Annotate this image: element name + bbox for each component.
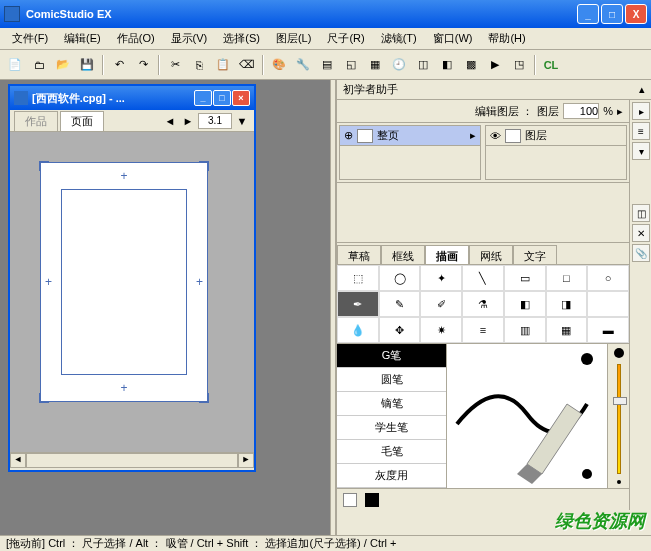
eraser2-tool-icon[interactable]: ◨	[546, 291, 588, 317]
eraser-tool-icon[interactable]: ◧	[504, 291, 546, 317]
maximize-button[interactable]: □	[601, 4, 623, 24]
scroll-right-icon[interactable]: ►	[238, 453, 254, 468]
rect-tool-icon[interactable]: □	[546, 265, 588, 291]
doc-scrollbar[interactable]: ◄ ►	[10, 452, 254, 468]
pencil-tool-icon[interactable]: ✎	[379, 291, 421, 317]
tab-tone[interactable]: 网纸	[469, 245, 513, 264]
lines-tool-icon[interactable]: ≡	[462, 317, 504, 343]
color-chip-icon[interactable]	[365, 493, 379, 507]
props-icon[interactable]: ◳	[508, 54, 530, 76]
tone-icon[interactable]: ▦	[364, 54, 386, 76]
delete-icon[interactable]: ⌫	[236, 54, 258, 76]
menu-file[interactable]: 文件(F)	[4, 29, 56, 48]
menu-help[interactable]: 帮助(H)	[480, 29, 533, 48]
palette-icon[interactable]: 🎨	[268, 54, 290, 76]
menu-layer[interactable]: 图层(L)	[268, 29, 319, 48]
shape-tool-icon[interactable]: ▭	[504, 265, 546, 291]
menu-window[interactable]: 窗口(W)	[425, 29, 481, 48]
document-titlebar[interactable]: [西西软件.cpg] - ... _ □ ×	[10, 86, 254, 110]
opacity-dropdown-icon[interactable]: ▸	[617, 105, 623, 118]
open-icon[interactable]: 📂	[52, 54, 74, 76]
tab-text[interactable]: 文字	[513, 245, 557, 264]
eye-icon[interactable]: 👁	[490, 130, 501, 142]
doc-close-button[interactable]: ×	[232, 90, 250, 106]
tab-page[interactable]: 页面	[60, 111, 104, 131]
new-file-icon[interactable]: 📄	[4, 54, 26, 76]
prev-page-icon[interactable]: ◄	[162, 113, 178, 129]
minimize-button[interactable]: _	[577, 4, 599, 24]
side-menu-icon[interactable]: ≡	[632, 122, 650, 140]
tab-frame[interactable]: 框线	[381, 245, 425, 264]
tab-draft[interactable]: 草稿	[337, 245, 381, 264]
help-icon[interactable]: CL	[540, 54, 562, 76]
redo-icon[interactable]: ↷	[132, 54, 154, 76]
ellipse-tool-icon[interactable]: ○	[587, 265, 629, 291]
burst-tool-icon[interactable]: ✷	[420, 317, 462, 343]
tone-palette-icon[interactable]: ▩	[460, 54, 482, 76]
scroll-left-icon[interactable]: ◄	[10, 453, 26, 468]
menu-edit[interactable]: 编辑(E)	[56, 29, 109, 48]
pen-brush[interactable]: 毛笔	[337, 440, 446, 464]
history-icon[interactable]: 🕘	[388, 54, 410, 76]
menu-filter[interactable]: 滤镜(T)	[373, 29, 425, 48]
paste-icon[interactable]: 📋	[212, 54, 234, 76]
gradient-tool-icon[interactable]: ▥	[504, 317, 546, 343]
close-button[interactable]: X	[625, 4, 647, 24]
move-tool-icon[interactable]: ✥	[379, 317, 421, 343]
color-icon[interactable]: ◧	[436, 54, 458, 76]
pattern-tool-icon[interactable]: ▦	[546, 317, 588, 343]
canvas[interactable]: + + + +	[10, 132, 254, 452]
tab-work[interactable]: 作品	[14, 111, 58, 131]
blank-tool-icon[interactable]	[587, 291, 629, 317]
crop-mark-bl	[39, 393, 49, 403]
materials-icon[interactable]: ◫	[412, 54, 434, 76]
layers-icon[interactable]: ▤	[316, 54, 338, 76]
collapse-icon[interactable]: ▴	[639, 83, 645, 96]
slider-thumb[interactable]	[613, 397, 627, 405]
menu-select[interactable]: 选择(S)	[215, 29, 268, 48]
tab-draw[interactable]: 描画	[425, 245, 469, 264]
nav-icon[interactable]: ◱	[340, 54, 362, 76]
marquee-tool-icon[interactable]: ⬚	[337, 265, 379, 291]
marker-tool-icon[interactable]: ✐	[420, 291, 462, 317]
zoom-dropdown-icon[interactable]: ▼	[234, 113, 250, 129]
doc-minimize-button[interactable]: _	[194, 90, 212, 106]
menu-ruler[interactable]: 尺子(R)	[319, 29, 372, 48]
doc-maximize-button[interactable]: □	[213, 90, 231, 106]
pen-gray[interactable]: 灰度用	[337, 464, 446, 488]
pen-round[interactable]: 圆笔	[337, 368, 446, 392]
opacity-input[interactable]	[563, 103, 599, 119]
layer-list-panel[interactable]: 👁 图层	[485, 125, 627, 180]
panel-next-icon[interactable]: ▸	[470, 129, 476, 142]
pen-g[interactable]: G笔	[337, 344, 446, 368]
fill-tool-icon[interactable]: ▬	[587, 317, 629, 343]
scrollbar-track[interactable]	[26, 453, 238, 468]
pen-tool-icon[interactable]: ✒	[337, 291, 379, 317]
copy-icon[interactable]: ⎘	[188, 54, 210, 76]
menu-work[interactable]: 作品(O)	[109, 29, 163, 48]
side-new-icon[interactable]: ◫	[632, 204, 650, 222]
side-clip-icon[interactable]: 📎	[632, 244, 650, 262]
action-icon[interactable]: ▶	[484, 54, 506, 76]
side-delete-icon[interactable]: ✕	[632, 224, 650, 242]
undo-icon[interactable]: ↶	[108, 54, 130, 76]
lasso-tool-icon[interactable]: ◯	[379, 265, 421, 291]
tool-icon[interactable]: 🔧	[292, 54, 314, 76]
side-collapse-icon[interactable]: ▾	[632, 142, 650, 160]
new-folder-icon[interactable]: 🗀	[28, 54, 50, 76]
cut-icon[interactable]: ✂	[164, 54, 186, 76]
line-tool-icon[interactable]: ╲	[462, 265, 504, 291]
airbrush-tool-icon[interactable]: ⚗	[462, 291, 504, 317]
wand-tool-icon[interactable]: ✦	[420, 265, 462, 291]
pen-school[interactable]: 学生笔	[337, 416, 446, 440]
size-slider[interactable]	[617, 364, 621, 474]
zoom-input[interactable]	[198, 113, 232, 129]
eyedropper-tool-icon[interactable]: 💧	[337, 317, 379, 343]
page-layer-panel[interactable]: ⊕ 整页 ▸	[339, 125, 481, 180]
swatch-icon[interactable]	[343, 493, 357, 507]
pen-kabura[interactable]: 镝笔	[337, 392, 446, 416]
save-icon[interactable]: 💾	[76, 54, 98, 76]
menu-view[interactable]: 显示(V)	[163, 29, 216, 48]
side-expand-icon[interactable]: ▸	[632, 102, 650, 120]
next-page-icon[interactable]: ►	[180, 113, 196, 129]
